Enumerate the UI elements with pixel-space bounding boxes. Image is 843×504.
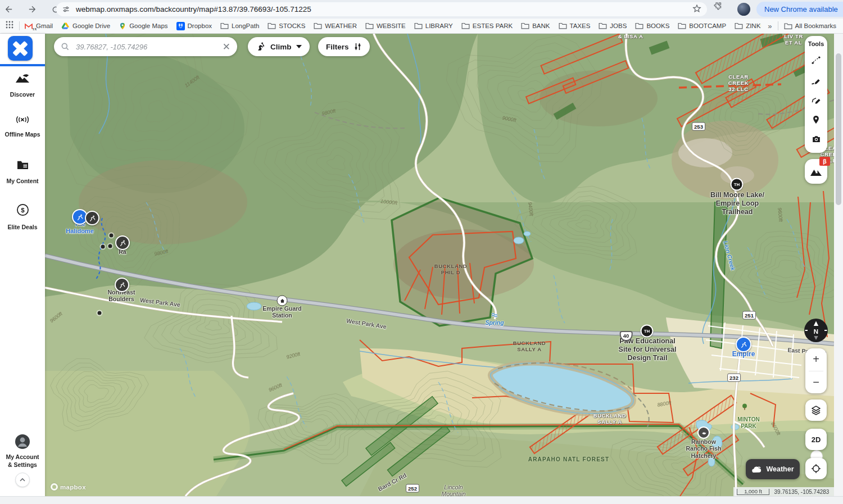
- climb-area-marker-selected[interactable]: [736, 337, 751, 352]
- climber-icon: [256, 42, 266, 52]
- folder-icon: [559, 22, 567, 29]
- collapse-sidebar-button[interactable]: [15, 473, 30, 487]
- locate-button[interactable]: [805, 458, 827, 479]
- bookmark-stocks[interactable]: STOCKS: [268, 22, 305, 29]
- bookmark-label: ZINKERZ: [746, 22, 761, 29]
- hatchery-marker[interactable]: [697, 426, 710, 439]
- account-section[interactable]: My Account & Settings: [0, 434, 45, 487]
- browser-profile-avatar[interactable]: [737, 3, 750, 16]
- filters-button[interactable]: Filters: [318, 37, 370, 56]
- vertical-scrollbar[interactable]: [834, 34, 843, 496]
- trailhead-marker[interactable]: TH: [641, 325, 654, 338]
- climb-area-marker[interactable]: [85, 211, 99, 225]
- scale-bar: 1,000 ft: [737, 489, 769, 495]
- bookmark-google-drive[interactable]: Google Drive: [61, 22, 110, 30]
- waypoint-tool-button[interactable]: [805, 110, 827, 129]
- bookmark-bootcamp[interactable]: BOOTCAMP: [678, 22, 726, 29]
- waypoint-dot[interactable]: [108, 244, 112, 248]
- site-settings-icon: [62, 5, 70, 13]
- folder-icon: [678, 22, 686, 29]
- dollar-icon: $: [16, 203, 29, 219]
- zoom-control: + −: [805, 348, 827, 393]
- sidebar-item-elite-deals[interactable]: $Elite Deals: [0, 203, 45, 231]
- puzzle-icon: [713, 2, 722, 11]
- search-bar[interactable]: ✕: [54, 37, 237, 56]
- forward-button[interactable]: [24, 2, 40, 17]
- bookmark-gmail[interactable]: 13Gmail: [24, 22, 53, 30]
- activity-label: Climb: [270, 43, 292, 51]
- compass-control[interactable]: N: [803, 317, 829, 346]
- bookmark-jobs[interactable]: JOBS: [599, 22, 627, 29]
- bookmark-label: LongPath: [232, 22, 259, 29]
- bookmarks-divider-2: [778, 21, 778, 30]
- back-icon: [4, 4, 13, 14]
- bookmark-star-icon[interactable]: [692, 4, 701, 15]
- sidebar-item-discover[interactable]: Discover: [0, 73, 45, 98]
- map-mode-label: 2D: [812, 435, 821, 444]
- bookmark-website[interactable]: WEBSITE: [365, 22, 406, 29]
- bookmark-bank[interactable]: BANK: [521, 22, 550, 29]
- bookmark-zinkerz[interactable]: ZINKERZ: [735, 22, 761, 29]
- dropbox-icon: [176, 22, 185, 30]
- climb-area-marker[interactable]: [115, 235, 130, 250]
- activity-selector-button[interactable]: Climb: [248, 37, 310, 56]
- spring-icon: [491, 312, 498, 318]
- search-input[interactable]: [75, 42, 223, 52]
- sidebar-item-my-content[interactable]: My Content: [0, 160, 45, 185]
- bookmarks-bar: 13GmailGoogle DriveGoogle MapsDropboxLon…: [0, 19, 843, 34]
- bookmarks-overflow-button[interactable]: »: [768, 22, 772, 30]
- all-bookmarks-button[interactable]: All Bookmarks: [784, 22, 837, 30]
- measure-tool-button[interactable]: [805, 51, 827, 70]
- waypoint-dot[interactable]: [110, 234, 114, 238]
- account-avatar[interactable]: [15, 434, 30, 449]
- draw-area-tool-button[interactable]: [805, 90, 827, 110]
- bookmark-library[interactable]: LIBRARY: [414, 22, 453, 29]
- avalanche-mountain-icon: [809, 165, 823, 178]
- crosshair-icon: [810, 463, 822, 474]
- waypoint-dot[interactable]: [101, 245, 105, 249]
- guard-station-marker[interactable]: [277, 296, 288, 306]
- account-label: My Account & Settings: [4, 453, 41, 469]
- onx-logo[interactable]: [8, 36, 33, 61]
- climb-area-marker[interactable]: [115, 278, 129, 292]
- zoom-in-button[interactable]: +: [805, 348, 827, 371]
- draw-area-icon: [810, 94, 822, 106]
- all-bookmarks-label: All Bookmarks: [795, 22, 837, 29]
- folder-icon: [365, 22, 374, 29]
- sidebar-item-offline-maps[interactable]: Offline Maps: [0, 116, 45, 138]
- bookmark-longpath[interactable]: LongPath: [220, 22, 259, 29]
- folder-icon: [521, 22, 529, 29]
- bookmark-dropbox[interactable]: Dropbox: [176, 22, 212, 30]
- scrollbar-thumb[interactable]: [836, 53, 841, 205]
- chrome-update-button[interactable]: New Chrome available ⋮: [756, 2, 843, 17]
- bookmark-weather[interactable]: WEATHER: [314, 22, 357, 29]
- bookmark-taxes[interactable]: TAXES: [559, 22, 591, 29]
- weather-button[interactable]: Weather: [746, 459, 800, 479]
- svg-text:$: $: [21, 207, 25, 214]
- url-bar[interactable]: webmap.onxmaps.com/backcountry/map#13.87…: [56, 2, 707, 16]
- gmail-icon: 13: [24, 22, 33, 30]
- folder-icon: [314, 22, 322, 29]
- waypoint-dot[interactable]: [98, 311, 102, 315]
- bookmark-books[interactable]: BOOKS: [635, 22, 669, 29]
- apps-grid-icon[interactable]: [6, 21, 13, 31]
- map-mode-button[interactable]: 2D: [805, 429, 827, 450]
- trailhead-marker[interactable]: TH: [731, 178, 744, 191]
- mapbox-attribution[interactable]: mapbox: [51, 483, 86, 491]
- bookmark-label: WEBSITE: [377, 22, 406, 29]
- folder-icon: [784, 22, 792, 30]
- photo-tool-button[interactable]: [805, 129, 827, 149]
- bookmark-estes-park[interactable]: ESTES PARK: [461, 22, 513, 29]
- draw-line-tool-button[interactable]: [805, 70, 827, 90]
- bookmark-google-maps[interactable]: Google Maps: [119, 22, 167, 30]
- extensions-button[interactable]: [713, 2, 722, 13]
- layers-button[interactable]: [805, 399, 827, 421]
- clear-search-icon[interactable]: ✕: [223, 42, 230, 52]
- bottom-strip: [0, 496, 843, 504]
- map-canvas[interactable]: TheHalidomeRaNortheastBouldersWest Park …: [45, 34, 834, 496]
- back-button[interactable]: [0, 2, 17, 17]
- bookmark-label: BANK: [532, 22, 550, 29]
- bookmark-label: JOBS: [610, 22, 627, 29]
- zoom-out-button[interactable]: −: [805, 371, 827, 394]
- map-terrain: [45, 34, 834, 496]
